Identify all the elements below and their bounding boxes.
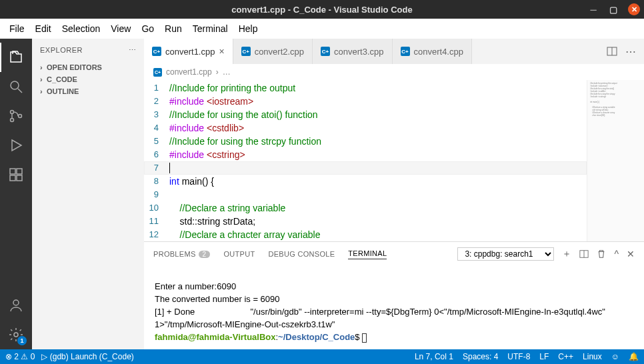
menubar: File Edit Selection View Go Run Terminal…: [0, 19, 644, 39]
menu-help[interactable]: Help: [233, 23, 263, 34]
panel-output-tab[interactable]: OUTPUT: [223, 250, 255, 258]
terminal-output[interactable]: Enter a number:6090 The converted number…: [144, 266, 644, 349]
svg-line-1: [18, 89, 22, 93]
tab-convert3[interactable]: C+ convert3.cpp: [313, 39, 392, 64]
close-panel-icon[interactable]: ✕: [627, 249, 635, 259]
svg-marker-5: [12, 140, 21, 151]
maximize-panel-icon[interactable]: ^: [614, 249, 619, 259]
activity-search[interactable]: [0, 72, 32, 101]
terminal-path: ~/Desktop/C_Code: [278, 332, 355, 342]
activity-bar: 1: [0, 39, 32, 349]
svg-point-2: [11, 111, 14, 114]
menu-go[interactable]: Go: [136, 23, 159, 34]
status-launch[interactable]: ▷ (gdb) Launch (C_Code): [41, 352, 133, 361]
terminal-select[interactable]: 3: cppdbg: search1: [457, 247, 554, 261]
cpp-icon: C+: [241, 47, 251, 56]
code-line[interactable]: 12 //Declare a chracter array variable: [144, 228, 587, 241]
titlebar: convert1.cpp - C_Code - Visual Studio Co…: [0, 0, 644, 19]
status-language[interactable]: C++: [558, 352, 573, 361]
editor-tabs: C+ convert1.cpp × C+ convert2.cpp C+ con…: [144, 39, 644, 64]
menu-view[interactable]: View: [105, 23, 136, 34]
code-line[interactable]: 4#include <cstdlib>: [144, 121, 587, 135]
sidebar-title: EXPLORER: [40, 46, 83, 54]
tab-convert2[interactable]: C+ convert2.cpp: [233, 39, 313, 64]
activity-run-debug[interactable]: [0, 131, 32, 160]
code-line[interactable]: 8int main() {: [144, 175, 587, 188]
svg-point-3: [11, 119, 14, 122]
close-button[interactable]: ✕: [628, 3, 640, 15]
bottom-panel: PROBLEMS2 OUTPUT DEBUG CONSOLE TERMINAL …: [144, 241, 644, 349]
minimize-button[interactable]: ─: [588, 4, 599, 15]
svg-point-11: [14, 333, 18, 337]
panel-problems-tab[interactable]: PROBLEMS2: [153, 250, 210, 258]
window-title: convert1.cpp - C_Code - Visual Studio Co…: [231, 5, 412, 15]
activity-settings[interactable]: 1: [0, 320, 32, 349]
activity-explorer[interactable]: [0, 43, 32, 72]
status-errors[interactable]: ⊗ 2 ⚠ 0: [5, 352, 35, 361]
code-editor[interactable]: 1//Include for printing the output2#incl…: [144, 80, 587, 241]
status-eol[interactable]: LF: [539, 352, 549, 361]
menu-selection[interactable]: Selection: [57, 23, 106, 34]
code-line[interactable]: 1//Include for printing the output: [144, 81, 587, 95]
section-open-editors[interactable]: ›OPEN EDITORS: [32, 61, 144, 73]
code-line[interactable]: 10 //Declare a string variable: [144, 201, 587, 215]
section-outline[interactable]: ›OUTLINE: [32, 85, 144, 97]
panel-terminal-tab[interactable]: TERMINAL: [348, 249, 387, 259]
svg-rect-8: [17, 175, 22, 181]
kill-terminal-icon[interactable]: [597, 249, 606, 259]
split-terminal-icon[interactable]: [579, 249, 589, 259]
terminal-cursor: [362, 333, 367, 343]
panel-debug-tab[interactable]: DEBUG CONSOLE: [268, 250, 335, 258]
code-line[interactable]: 7: [144, 161, 587, 175]
code-line[interactable]: 11 std::string strData;: [144, 215, 587, 228]
code-line[interactable]: 2#include <iostream>: [144, 95, 587, 108]
terminal-user: fahmida@fahmida-VirtualBox: [155, 332, 275, 342]
menu-terminal[interactable]: Terminal: [187, 23, 233, 34]
code-line[interactable]: 3//Include for using the atoi() function: [144, 108, 587, 121]
code-line[interactable]: 6#include <cstring>: [144, 148, 587, 161]
tab-convert4[interactable]: C+ convert4.cpp: [393, 39, 472, 64]
settings-badge: 1: [17, 336, 27, 345]
minimap[interactable]: //Include for printing the output #inclu…: [587, 80, 644, 241]
tab-convert1[interactable]: C+ convert1.cpp ×: [144, 39, 233, 64]
code-line[interactable]: 9: [144, 188, 587, 201]
new-terminal-icon[interactable]: ＋: [562, 248, 571, 260]
svg-rect-6: [10, 169, 15, 174]
svg-point-4: [19, 115, 22, 118]
cpp-icon: C+: [321, 47, 330, 56]
menu-run[interactable]: Run: [159, 23, 187, 34]
breadcrumb[interactable]: C+ convert1.cpp › …: [144, 64, 644, 80]
activity-accounts[interactable]: [0, 291, 32, 320]
activity-extensions[interactable]: [0, 160, 32, 189]
code-line[interactable]: 5//Include for using the strcpy function: [144, 135, 587, 148]
cpp-icon: C+: [152, 47, 161, 56]
status-notifications-icon[interactable]: 🔔: [629, 352, 639, 361]
maximize-button[interactable]: ▢: [608, 4, 619, 15]
sidebar-more-icon[interactable]: ⋯: [129, 46, 137, 55]
activity-source-control[interactable]: [0, 101, 32, 131]
status-encoding[interactable]: UTF-8: [507, 352, 530, 361]
svg-rect-7: [10, 175, 15, 181]
editor-more-icon[interactable]: ⋯: [625, 45, 636, 58]
cpp-icon: C+: [401, 47, 410, 56]
split-editor-icon[interactable]: [607, 46, 617, 57]
svg-rect-9: [17, 169, 22, 174]
close-tab-icon[interactable]: ×: [219, 46, 224, 57]
menu-file[interactable]: File: [4, 23, 30, 34]
status-bar: ⊗ 2 ⚠ 0 ▷ (gdb) Launch (C_Code) Ln 7, Co…: [0, 349, 644, 364]
status-spaces[interactable]: Spaces: 4: [463, 352, 498, 361]
status-os[interactable]: Linux: [583, 352, 602, 361]
svg-point-10: [13, 300, 19, 305]
cpp-icon: C+: [153, 68, 162, 77]
section-workspace[interactable]: ›C_CODE: [32, 73, 144, 85]
menu-edit[interactable]: Edit: [30, 23, 57, 34]
status-feedback-icon[interactable]: ☺: [611, 352, 619, 361]
svg-point-0: [11, 81, 19, 89]
sidebar-explorer: EXPLORER ⋯ ›OPEN EDITORS ›C_CODE ›OUTLIN…: [32, 39, 144, 349]
status-lncol[interactable]: Ln 7, Col 1: [415, 352, 453, 361]
